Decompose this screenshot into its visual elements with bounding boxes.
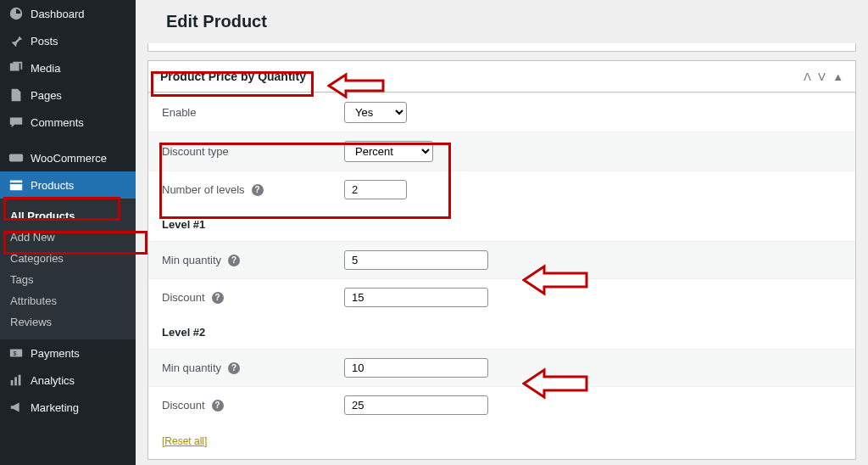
sidebar-item-payments[interactable]: $ Payments: [0, 339, 136, 367]
l1-discount-input[interactable]: [344, 288, 488, 307]
sidebar-label: Payments: [31, 347, 80, 360]
metabox-actions: ᐱ ᐯ ▲: [804, 70, 843, 83]
submenu-all-products[interactable]: All Products: [0, 205, 136, 227]
enable-select[interactable]: Yes: [344, 102, 407, 123]
move-up-icon[interactable]: ᐱ: [804, 70, 811, 83]
pin-icon: [8, 33, 24, 48]
submenu-add-new[interactable]: Add New: [0, 227, 136, 248]
sidebar-item-media[interactable]: Media: [0, 54, 136, 81]
help-icon[interactable]: ?: [228, 255, 240, 266]
row-num-levels: Number of levels ?: [148, 171, 855, 208]
submenu-tags[interactable]: Tags: [0, 269, 136, 290]
l1-minqty-input[interactable]: [344, 250, 488, 270]
sidebar-submenu-products: All Products Add New Categories Tags Att…: [0, 199, 136, 339]
sidebar-label: Comments: [31, 116, 84, 129]
help-icon[interactable]: ?: [252, 184, 264, 196]
page-title: Edit Product: [136, 0, 868, 43]
level2-heading: Level #2: [148, 316, 855, 349]
metabox-body: Enable Yes Discount type Percent Number: [148, 92, 855, 459]
label-discount: Discount ?: [162, 291, 344, 304]
svg-rect-4: [14, 377, 17, 385]
main-content: Edit Product Product Price by Quantity ᐱ…: [136, 0, 868, 465]
metabox-title: Product Price by Quantity: [160, 70, 306, 83]
row-l2-minqty: Min quantity ?: [148, 349, 855, 386]
label-enable: Enable: [162, 106, 344, 119]
dashboard-icon: [8, 6, 24, 21]
sidebar-label: WooCommerce: [31, 152, 107, 165]
sidebar-item-dashboard[interactable]: Dashboard: [0, 0, 136, 27]
discount-type-select[interactable]: Percent: [344, 141, 433, 162]
level1-heading: Level #1: [148, 208, 855, 241]
payments-icon: $: [8, 345, 24, 361]
panel-above-stub: [147, 43, 856, 52]
marketing-icon: [8, 400, 24, 415]
sidebar-item-pages[interactable]: Pages: [0, 81, 136, 109]
sidebar-label: Analytics: [31, 374, 75, 387]
move-down-icon[interactable]: ᐯ: [818, 70, 826, 83]
sidebar-item-comments[interactable]: Comments: [0, 109, 136, 136]
sidebar-label: Dashboard: [31, 8, 85, 20]
sidebar-label: Posts: [31, 35, 58, 48]
comments-icon: [8, 115, 24, 130]
sidebar-label: Products: [31, 179, 74, 192]
admin-sidebar: Dashboard Posts Media Pages Comments Woo…: [0, 0, 136, 465]
label-min-qty: Min quantity ?: [162, 361, 344, 374]
sidebar-item-posts[interactable]: Posts: [0, 27, 136, 54]
sidebar-item-products[interactable]: Products: [0, 171, 136, 199]
submenu-reviews[interactable]: Reviews: [0, 311, 136, 333]
row-discount-type: Discount type Percent: [148, 132, 855, 171]
sidebar-label: Media: [31, 62, 60, 75]
svg-rect-5: [19, 375, 21, 386]
label-discount-type: Discount type: [162, 145, 344, 158]
row-l1-minqty: Min quantity ?: [148, 241, 855, 278]
reset-all-link[interactable]: [Reset all]: [162, 435, 207, 447]
sidebar-label: Pages: [31, 89, 62, 102]
row-l2-discount: Discount ?: [148, 386, 855, 423]
metabox-price-by-qty: Product Price by Quantity ᐱ ᐯ ▲ Enable Y…: [147, 60, 856, 460]
help-icon[interactable]: ?: [212, 400, 224, 412]
row-enable: Enable Yes: [148, 92, 855, 132]
metabox-header[interactable]: Product Price by Quantity ᐱ ᐯ ▲: [148, 61, 855, 92]
num-levels-input[interactable]: [344, 180, 407, 199]
sidebar-item-woocommerce[interactable]: WooCommerce: [0, 144, 136, 171]
analytics-icon: [8, 373, 24, 388]
label-discount: Discount ?: [162, 399, 344, 412]
submenu-attributes[interactable]: Attributes: [0, 290, 136, 311]
svg-rect-3: [11, 380, 14, 385]
woocommerce-icon: [8, 150, 24, 165]
sidebar-item-analytics[interactable]: Analytics: [0, 367, 136, 394]
svg-rect-0: [9, 154, 23, 162]
page-icon: [8, 87, 24, 103]
collapse-icon[interactable]: ▲: [832, 70, 843, 83]
media-icon: [8, 60, 24, 76]
label-min-qty: Min quantity ?: [162, 254, 344, 266]
help-icon[interactable]: ?: [212, 292, 224, 304]
help-icon[interactable]: ?: [228, 362, 240, 374]
svg-text:$: $: [13, 350, 16, 357]
products-icon: [8, 177, 24, 193]
sidebar-label: Marketing: [31, 401, 79, 414]
label-num-levels: Number of levels ?: [162, 183, 344, 196]
row-l1-discount: Discount ?: [148, 278, 855, 316]
l2-discount-input[interactable]: [344, 395, 488, 415]
sidebar-item-marketing[interactable]: Marketing: [0, 394, 136, 421]
submenu-categories[interactable]: Categories: [0, 248, 136, 269]
l2-minqty-input[interactable]: [344, 358, 488, 378]
